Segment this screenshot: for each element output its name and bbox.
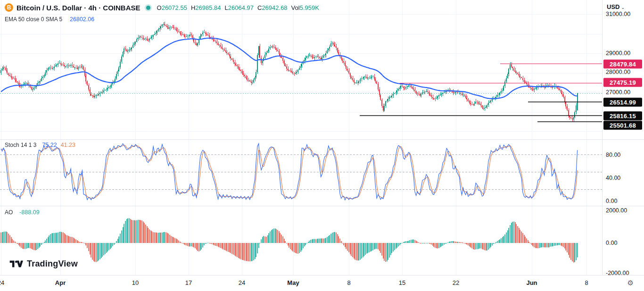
ema-value: 26802.06 — [70, 16, 94, 23]
axis-label: 40.00 — [606, 175, 620, 181]
ao-pane-canvas[interactable] — [0, 206, 602, 275]
stoch-pane-canvas[interactable] — [0, 139, 602, 206]
currency-label: USD — [607, 3, 619, 10]
tradingview-logo[interactable]: TradingView — [9, 259, 78, 269]
axis-label: 80.00 — [606, 152, 620, 158]
gear-icon[interactable]: ⚙ — [627, 279, 634, 287]
stoch-legend[interactable]: Stoch 14 1 3 75.22 41.23 — [5, 142, 75, 148]
price-level-badge: 25501.68 — [603, 121, 642, 130]
pane-separator[interactable] — [0, 206, 644, 206]
time-label: Apr — [55, 279, 66, 286]
price-level-badge: 25816.15 — [603, 112, 642, 121]
time-label: 15 — [399, 279, 405, 286]
price-level-badge: 27475.19 — [603, 78, 642, 87]
price-level-badge: 28479.84 — [603, 60, 642, 69]
axis-label: 27000.00 — [606, 89, 630, 96]
axis-label: 0.00 — [606, 240, 617, 246]
symbol-title: Bitcoin / U.S. Dollar · 4h · COINBASE — [17, 4, 140, 12]
price-level-badge: 26514.99 — [603, 98, 642, 107]
axis-label: 29000.00 — [606, 50, 630, 57]
axis-label: 0.00 — [606, 198, 617, 204]
time-label: 24 — [239, 279, 245, 286]
ao-value: -888.09 — [19, 209, 39, 216]
axis-label: 2000.00 — [606, 207, 627, 214]
axis-label: 28000.00 — [606, 69, 630, 75]
stoch-d-value: 41.23 — [61, 142, 75, 148]
time-label: 24 — [0, 279, 4, 286]
currency-selector[interactable]: USD ⌄ — [607, 3, 625, 10]
symbol-legend[interactable]: B Bitcoin / U.S. Dollar · 4h · COINBASE … — [5, 3, 323, 12]
ema-title: EMA 50 close 0 SMA 5 — [5, 16, 62, 23]
bitcoin-icon: B — [5, 3, 13, 12]
tradingview-mark-icon — [9, 259, 24, 269]
axis-label: 31000.00 — [606, 11, 630, 17]
stoch-title: Stoch 14 1 3 — [5, 142, 36, 148]
price-axis[interactable]: USD ⌄ 31000.0029000.0028000.0027000.0080… — [602, 0, 644, 275]
time-label: 22 — [453, 279, 459, 286]
ao-title: AO — [5, 209, 13, 216]
time-label: 10 — [132, 279, 139, 286]
time-label: 8 — [347, 279, 350, 286]
time-axis[interactable]: 24Apr101724May81522Jun8 ⚙ — [0, 275, 644, 291]
time-label: Jun — [526, 279, 537, 286]
ema-legend[interactable]: EMA 50 close 0 SMA 5 26802.06 — [5, 16, 94, 23]
chart-window: B Bitcoin / U.S. Dollar · 4h · COINBASE … — [0, 0, 644, 291]
time-label: 8 — [585, 279, 588, 286]
ao-legend[interactable]: AO -888.09 — [5, 209, 40, 216]
ohlcv-readout: O26072.55H26985.84L26064.97C26942.68Vol5… — [157, 4, 323, 11]
market-status-dot — [146, 6, 150, 10]
time-label: May — [287, 279, 299, 286]
chevron-down-icon: ⌄ — [621, 5, 625, 10]
time-label: 17 — [185, 279, 192, 286]
pane-separator[interactable] — [0, 139, 644, 140]
stoch-k-value: 75.22 — [42, 142, 57, 148]
tradingview-logo-text: TradingView — [27, 259, 78, 269]
